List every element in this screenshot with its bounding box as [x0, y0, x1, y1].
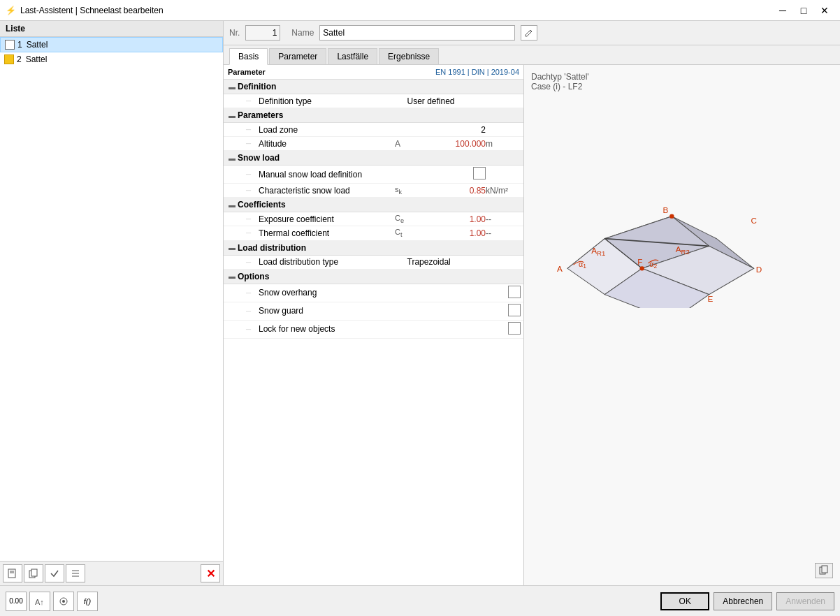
param-row-altitude[interactable]: ─ Altitude A 100.000 m	[224, 137, 523, 151]
copy-diagram-button[interactable]	[815, 563, 833, 578]
copy-button[interactable]	[24, 564, 43, 582]
param-row-snow-overhang[interactable]: ─ Snow overhang	[224, 284, 523, 302]
svg-text:E: E	[708, 294, 714, 303]
item-num: 2	[17, 54, 22, 64]
name-input[interactable]	[319, 25, 515, 41]
close-button[interactable]: ✕	[815, 3, 834, 18]
svg-text:F: F	[637, 257, 642, 266]
char-snow-symbol: sk	[395, 185, 430, 196]
tab-parameter[interactable]: Parameter	[269, 48, 326, 64]
cancel-button[interactable]: Abbrechen	[714, 592, 772, 610]
minimize-button[interactable]: ─	[773, 3, 792, 18]
section-label: Load distribution	[238, 243, 306, 253]
roof-diagram: A B C D E F AR1 AR2	[545, 154, 769, 308]
diagram-panel: Dachtyp 'Sattel' Case (i) - LF2	[524, 65, 840, 585]
tree-dash: ─	[246, 289, 257, 297]
ok-button[interactable]: OK	[660, 592, 709, 610]
edit-name-button[interactable]	[521, 25, 537, 41]
svg-text:A: A	[557, 264, 563, 273]
param-row-load-zone[interactable]: ─ Load zone 2	[224, 123, 523, 137]
maximize-button[interactable]: □	[794, 3, 813, 18]
tree-dash: ─	[246, 307, 257, 315]
target-button[interactable]	[53, 592, 74, 611]
params-panel: Parameter EN 1991 | DIN | 2019-04 ▬ Defi…	[224, 65, 524, 585]
snow-guard-checkbox[interactable]	[508, 304, 521, 316]
tree-dash: ─	[246, 215, 257, 223]
tree-dash: ─	[246, 186, 257, 194]
nr-label: Nr.	[229, 28, 240, 38]
lock-objects-label: Lock for new objects	[257, 324, 430, 334]
formula-button[interactable]: f()	[77, 592, 98, 611]
list-item[interactable]: 2 Sattel	[0, 52, 223, 66]
param-row-definition-type[interactable]: ─ Definition type User defined	[224, 94, 523, 108]
delete-button[interactable]: ✕	[201, 564, 220, 582]
bottom-bar: 0.00 A↑ f() OK Abbrechen Anwenden	[0, 585, 840, 616]
item-num: 1	[17, 40, 22, 50]
item-icon-white	[5, 40, 15, 50]
manual-snow-checkbox[interactable]	[473, 167, 486, 179]
param-row-exposure[interactable]: ─ Exposure coefficient Ce 1.00 --	[224, 212, 523, 226]
dialog-buttons: OK Abbrechen Anwenden	[660, 592, 834, 610]
expand-icon[interactable]: ▬	[226, 242, 238, 254]
load-dist-value: Trapezoidal	[407, 257, 521, 267]
coord-button[interactable]: 0.00	[6, 592, 27, 611]
app-icon: ⚡	[6, 6, 16, 15]
snow-guard-label: Snow guard	[257, 306, 430, 316]
param-row-load-dist-type[interactable]: ─ Load distribution type Trapezoidal	[224, 256, 523, 270]
name-label: Name	[291, 28, 314, 38]
item-label: Sattel	[27, 40, 48, 50]
diagram-toolbar	[815, 563, 833, 578]
exposure-value: 1.00	[430, 214, 486, 224]
param-row-lock-objects[interactable]: ─ Lock for new objects	[224, 321, 523, 339]
section-label: Options	[238, 272, 269, 281]
liste-header: Liste	[0, 21, 223, 37]
tabs-bar: Basis Parameter Lastfälle Ergebnisse	[224, 45, 840, 65]
nr-input[interactable]	[245, 25, 280, 41]
item-label: Sattel	[26, 54, 48, 64]
thermal-unit: --	[486, 228, 521, 238]
bottom-left-tools: 0.00 A↑ f()	[6, 592, 98, 611]
params-header: Parameter EN 1991 | DIN | 2019-04	[224, 65, 523, 80]
load-zone-value: 2	[430, 125, 486, 135]
manual-snow-label: Manual snow load definition	[257, 170, 395, 179]
svg-rect-4	[31, 569, 37, 576]
section-options: ▬ Options	[224, 270, 523, 284]
new-load-button[interactable]	[3, 564, 22, 582]
lock-objects-checkbox[interactable]	[508, 322, 521, 335]
section-parameters: ▬ Parameters	[224, 108, 523, 123]
window-title: Last-Assistent | Schneelast bearbeiten	[20, 6, 164, 15]
tab-ergebnisse[interactable]: Ergebnisse	[379, 48, 439, 64]
svg-text:C: C	[751, 216, 757, 225]
svg-point-27	[669, 214, 674, 218]
char-snow-label: Characteristic snow load	[257, 186, 395, 196]
svg-text:A↑: A↑	[35, 598, 44, 606]
svg-text:D: D	[756, 265, 762, 274]
check-button[interactable]	[45, 564, 64, 582]
param-row-thermal[interactable]: ─ Thermal coefficient Ct 1.00 --	[224, 226, 523, 240]
char-snow-unit: kN/m²	[486, 186, 521, 196]
expand-icon[interactable]: ▬	[226, 199, 238, 210]
apply-button[interactable]: Anwenden	[776, 592, 834, 610]
lock-objects-value	[465, 322, 521, 337]
item-icon-yellow	[4, 54, 14, 64]
svg-rect-30	[822, 566, 827, 573]
expand-icon[interactable]: ▬	[226, 81, 238, 92]
svg-line-8	[529, 31, 531, 33]
section-definition: ▬ Definition	[224, 80, 523, 94]
tree-dash: ─	[246, 97, 257, 105]
param-row-manual-snow[interactable]: ─ Manual snow load definition	[224, 166, 523, 184]
snap-button[interactable]: A↑	[29, 592, 50, 611]
param-row-snow-guard[interactable]: ─ Snow guard	[224, 302, 523, 321]
tab-basis[interactable]: Basis	[229, 48, 268, 65]
list-item[interactable]: 1 Sattel	[0, 37, 223, 52]
expand-icon[interactable]: ▬	[226, 110, 238, 121]
top-section: Nr. Name	[224, 21, 840, 45]
param-row-char-snow[interactable]: ─ Characteristic snow load sk 0.85 kN/m²	[224, 184, 523, 198]
expand-icon[interactable]: ▬	[226, 271, 238, 282]
expand-icon[interactable]: ▬	[226, 152, 238, 163]
tree-dash: ─	[246, 170, 257, 178]
tab-lastfaelle[interactable]: Lastfälle	[328, 48, 377, 64]
exposure-symbol: Ce	[395, 214, 430, 224]
list-button[interactable]	[66, 564, 85, 582]
snow-overhang-checkbox[interactable]	[508, 286, 521, 298]
